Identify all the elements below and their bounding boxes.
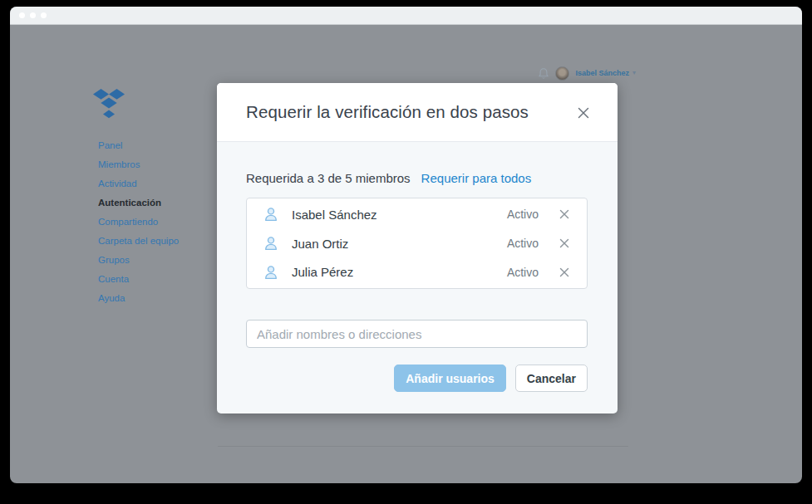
dialog-actions: Añadir usuarios Cancelar <box>246 365 588 392</box>
window-minimize-dot[interactable] <box>30 12 36 18</box>
cancel-button[interactable]: Cancelar <box>515 365 588 392</box>
notifications-bell-icon[interactable] <box>538 67 549 80</box>
sidebar-item-autenticacion[interactable]: Autenticación <box>98 198 161 208</box>
user-icon <box>263 264 279 281</box>
sidebar-nav: Panel Miembros Actividad Autenticación C… <box>98 135 179 306</box>
window-maximize-dot[interactable] <box>41 12 47 18</box>
window-titlebar <box>10 7 802 25</box>
app-window: Panel Miembros Actividad Autenticación C… <box>10 7 802 483</box>
close-button[interactable] <box>574 104 593 122</box>
two-step-verification-dialog: Requerir la verificación en dos pasos Re… <box>217 83 618 413</box>
user-icon <box>263 206 279 223</box>
sidebar-item-miembros[interactable]: Miembros <box>98 159 140 169</box>
member-row: Isabel Sánchez Activo <box>247 200 587 229</box>
sidebar-item-cuenta[interactable]: Cuenta <box>98 274 129 284</box>
dropbox-logo-icon[interactable] <box>93 89 125 122</box>
member-status: Activo <box>507 266 539 279</box>
sidebar-item-compartiendo[interactable]: Compartiendo <box>98 217 158 227</box>
close-icon <box>577 106 590 120</box>
x-icon <box>559 238 569 248</box>
x-icon <box>559 209 569 219</box>
sidebar-item-ayuda[interactable]: Ayuda <box>98 293 125 303</box>
member-status: Activo <box>507 237 539 250</box>
background-divider <box>218 446 628 447</box>
chevron-down-icon: ▾ <box>632 70 636 76</box>
add-members-input[interactable] <box>246 320 588 348</box>
add-users-button[interactable]: Añadir usuarios <box>394 365 506 392</box>
sidebar-item-panel[interactable]: Panel <box>98 140 122 150</box>
member-name: Isabel Sánchez <box>292 208 507 222</box>
remove-member-button[interactable] <box>555 263 573 281</box>
window-close-dot[interactable] <box>19 12 25 18</box>
member-list: Isabel Sánchez Activo <box>246 198 588 289</box>
dialog-header: Requerir la verificación en dos pasos <box>217 83 618 142</box>
remove-member-button[interactable] <box>555 234 573 252</box>
user-name: Isabel Sánchez <box>575 69 629 77</box>
member-row: Julia Pérez Activo <box>247 257 587 286</box>
require-all-link[interactable]: Requerir para todos <box>421 171 532 185</box>
members-summary-row: Requerida a 3 de 5 miembros Requerir par… <box>246 171 588 185</box>
sidebar-item-grupos[interactable]: Grupos <box>98 255 130 265</box>
member-row: Juan Ortiz Activo <box>247 229 587 258</box>
remove-member-button[interactable] <box>555 205 573 223</box>
member-name: Julia Pérez <box>292 265 507 279</box>
x-icon <box>559 267 569 277</box>
sidebar-item-actividad[interactable]: Actividad <box>98 179 137 188</box>
user-avatar[interactable] <box>555 66 569 81</box>
sidebar-item-carpeta-del-equipo[interactable]: Carpeta del equipo <box>98 236 179 246</box>
user-icon <box>263 235 279 252</box>
member-status: Activo <box>507 208 539 221</box>
member-name: Juan Ortiz <box>292 237 507 251</box>
dialog-body: Requerida a 3 de 5 miembros Requerir par… <box>217 142 618 392</box>
user-menu[interactable]: Isabel Sánchez ▾ <box>575 69 636 77</box>
dialog-title: Requerir la verificación en dos pasos <box>246 102 529 122</box>
members-summary: Requerida a 3 de 5 miembros <box>246 171 411 185</box>
